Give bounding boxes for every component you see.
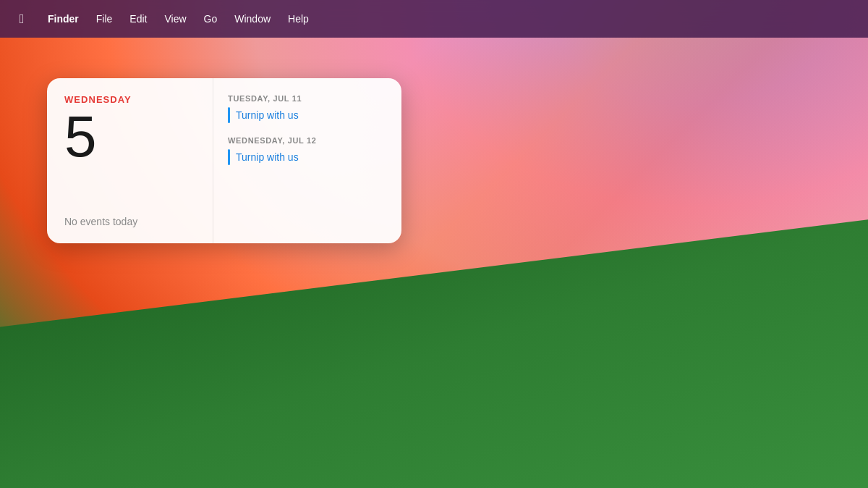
apple-menu[interactable]: : [12, 9, 32, 29]
widget-today-panel: WEDNESDAY 5 No events today: [47, 78, 213, 243]
menubar-go[interactable]: Go: [197, 10, 225, 28]
menubar-edit[interactable]: Edit: [122, 10, 154, 28]
menubar-finder[interactable]: Finder: [41, 10, 86, 28]
no-events-label: No events today: [64, 216, 195, 227]
apple-logo-icon: : [20, 12, 25, 27]
event-section-tuesday: TUESDAY, JUL 11 Turnip with us: [228, 94, 387, 123]
widget-events-panel: TUESDAY, JUL 11 Turnip with us WEDNESDAY…: [213, 78, 401, 243]
event-date-tuesday: TUESDAY, JUL 11: [228, 94, 387, 103]
event-section-wednesday: WEDNESDAY, JUL 12 Turnip with us: [228, 136, 387, 165]
event-item-tuesday[interactable]: Turnip with us: [228, 107, 387, 123]
menubar-window[interactable]: Window: [227, 10, 278, 28]
menubar:  Finder File Edit View Go Window Help: [0, 0, 868, 38]
menubar-view[interactable]: View: [157, 10, 193, 28]
menubar-file[interactable]: File: [89, 10, 120, 28]
calendar-widget: WEDNESDAY 5 No events today TUESDAY, JUL…: [47, 78, 401, 243]
event-bar-icon-2: [228, 149, 230, 165]
event-item-wednesday[interactable]: Turnip with us: [228, 149, 387, 165]
event-date-wednesday: WEDNESDAY, JUL 12: [228, 136, 387, 145]
event-title-wednesday: Turnip with us: [236, 151, 299, 163]
today-day-number: 5: [64, 108, 195, 166]
today-day-name: WEDNESDAY: [64, 94, 195, 105]
event-title-tuesday: Turnip with us: [236, 109, 299, 121]
desktop-background: [0, 0, 868, 488]
event-bar-icon: [228, 107, 230, 123]
menubar-help[interactable]: Help: [281, 10, 316, 28]
